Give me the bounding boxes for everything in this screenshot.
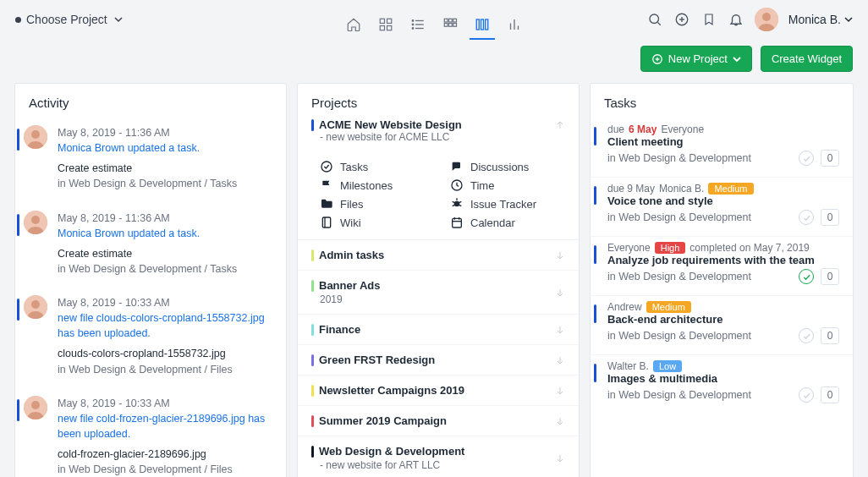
task-check-icon[interactable] [799,151,814,166]
project-row[interactable]: Green FRST Redesign [298,345,579,376]
project-tool-files[interactable]: Files [320,197,435,211]
project-color [311,385,314,397]
task-item[interactable]: Andrew Medium Back-end architecture in W… [591,296,853,355]
activity-link[interactable]: Monica Brown updated a task. [58,140,272,156]
task-count[interactable]: 0 [821,327,839,344]
activity-time: May 8, 2019 - 10:33 AM [58,295,272,310]
task-check-icon[interactable] [799,328,814,343]
svg-rect-18 [486,19,488,30]
activity-item[interactable]: May 8, 2019 - 10:33 AM new file cold-fro… [15,389,286,477]
svg-rect-2 [380,26,384,30]
task-item[interactable]: Everyone High completed on May 7, 2019 A… [591,237,853,296]
task-item[interactable]: due 6 May Everyone Client meeting in Web… [591,118,853,178]
task-item[interactable]: Walter B. Low Images & multimedia in Web… [591,355,853,414]
choose-project-label: Choose Project [26,13,107,26]
arrow-down-icon[interactable] [555,355,565,365]
project-tool-discussions[interactable]: Discussions [450,160,565,173]
avatar [24,125,49,192]
project-color [311,354,314,366]
avatar[interactable] [755,8,778,31]
activity-item[interactable]: May 8, 2019 - 10:33 AM new file clouds-c… [15,288,286,389]
task-check-icon[interactable] [799,387,814,403]
activity-time: May 8, 2019 - 11:36 AM [58,211,272,226]
project-row[interactable]: Admin tasks [298,240,579,271]
project-tool-label: Calendar [470,217,515,229]
new-project-button[interactable]: New Project [640,46,752,72]
user-menu[interactable]: Monica B. [788,13,853,26]
svg-rect-1 [387,19,392,23]
project-tool-issue-tracker[interactable]: Issue Tracker [450,197,565,211]
activity-link[interactable]: new file clouds-colors-cropland-1558732.… [58,310,272,341]
add-icon[interactable] [673,11,690,28]
view-home[interactable] [341,14,366,40]
view-chart[interactable] [502,14,527,40]
arrow-down-icon[interactable] [555,288,565,298]
avatar [24,396,49,477]
create-widget-label: Create Widget [772,52,842,65]
project-row[interactable]: Web Design & Development - new website f… [298,436,579,477]
plus-circle-icon [651,53,663,65]
project-tool-time[interactable]: Time [450,178,565,192]
svg-rect-17 [481,19,484,30]
activity-link[interactable]: new file cold-frozen-glacier-2189696.jpg… [58,411,272,441]
create-widget-button[interactable]: Create Widget [761,46,853,72]
svg-rect-53 [453,218,462,228]
task-location: in Web Design & Development [607,211,751,223]
arrow-down-icon[interactable] [555,325,565,335]
task-meta: Andrew Medium [607,301,839,313]
view-list[interactable] [405,14,431,40]
view-grid[interactable] [373,14,398,40]
activity-location: in Web Design & Development / Tasks [58,176,272,191]
choose-project-dropdown[interactable]: Choose Project [15,13,123,26]
chat-icon [450,160,464,173]
svg-rect-51 [322,217,330,228]
view-columns[interactable] [470,14,495,40]
activity-item[interactable]: May 8, 2019 - 11:36 AM Monica Brown upda… [15,118,286,204]
project-row[interactable]: Newsletter Campaigns 2019 [298,376,579,406]
arrow-down-icon[interactable] [555,416,565,426]
user-name: Monica B. [788,13,841,26]
calendar-icon [450,216,464,229]
dot-icon [15,17,21,23]
task-check-icon[interactable] [799,210,814,225]
arrow-down-icon[interactable] [555,250,565,260]
search-icon[interactable] [646,11,663,28]
task-count[interactable]: 0 [821,150,839,167]
task-item[interactable]: due 9 May Monica B. Medium Voice tone an… [591,178,853,237]
activity-link[interactable]: Monica Brown updated a task. [58,226,272,241]
svg-rect-10 [444,19,448,22]
activity-item[interactable]: May 8, 2019 - 11:36 AM Monica Brown upda… [15,204,286,289]
bookmark-icon[interactable] [700,11,717,28]
task-title: Voice tone and style [607,195,839,207]
task-check-icon[interactable] [799,269,814,284]
project-row[interactable]: Finance [298,315,579,345]
project-tool-milestones[interactable]: Milestones [320,178,435,192]
activity-title: Create estimate [58,246,272,261]
check-icon [320,160,333,173]
task-count[interactable]: 0 [821,209,839,226]
task-count[interactable]: 0 [821,268,839,285]
arrow-down-icon[interactable] [555,453,565,463]
task-count[interactable]: 0 [821,387,839,403]
arrow-up-icon[interactable] [555,120,565,130]
project-row[interactable]: Summer 2019 Campaign [298,406,579,436]
activity-location: in Web Design & Development / Files [58,362,272,377]
svg-point-37 [31,300,40,309]
svg-point-39 [31,401,40,409]
project-tool-calendar[interactable]: Calendar [450,216,565,229]
project-tool-label: Discussions [470,161,529,173]
bell-icon[interactable] [728,11,744,28]
project-primary[interactable]: ACME New Website Design - new website fo… [298,118,579,153]
svg-line-23 [657,22,660,25]
tasks-header: Tasks [591,84,853,118]
project-tool-wiki[interactable]: Wiki [320,216,435,229]
project-primary-sub: - new website for ACME LLC [320,131,565,143]
activity-location: in Web Design & Development / Files [58,462,272,477]
view-cards[interactable] [437,14,463,40]
project-row[interactable]: Banner Ads 2019 [298,271,579,315]
arrow-down-icon[interactable] [555,386,565,396]
project-tool-tasks[interactable]: Tasks [320,160,435,173]
project-sub: - new website for ART LLC [311,459,548,471]
project-label: Banner Ads [319,279,380,292]
svg-point-45 [454,201,460,207]
